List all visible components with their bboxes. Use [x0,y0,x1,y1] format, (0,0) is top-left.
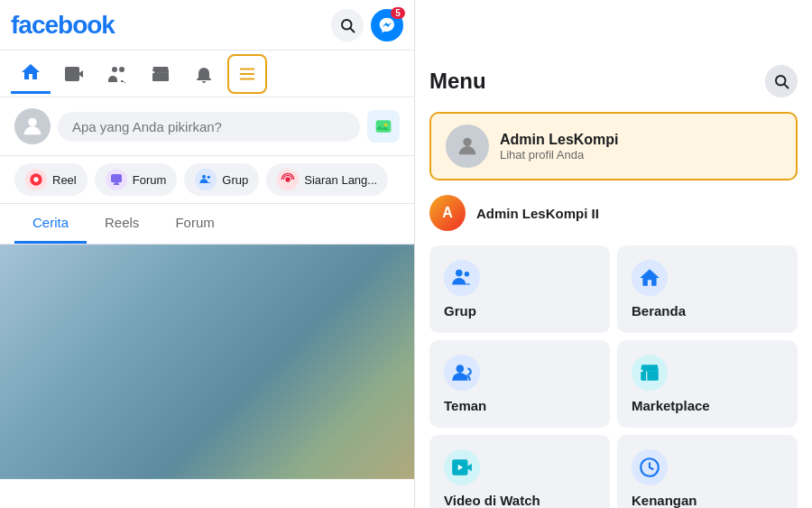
profile-avatar [446,125,489,168]
right-panel: Menu Admin LesKompi Lihat profil Anda A … [415,0,812,508]
svg-rect-15 [111,174,122,182]
svg-point-29 [463,138,471,146]
quick-reel[interactable]: Reel [14,163,88,196]
tab-reels[interactable]: Reels [87,204,157,244]
menu-search-button[interactable] [765,65,798,97]
svg-point-18 [286,177,291,181]
content-area [0,245,414,479]
svg-rect-11 [376,120,392,132]
profile-info: Admin LesKompi Lihat profil Anda [500,132,781,162]
menu-card-beranda[interactable]: Beranda [617,245,798,333]
quick-grup[interactable]: Grup [184,163,259,196]
marketplace-label: Marketplace [632,398,783,413]
kenangan-icon [632,449,668,485]
menu-card-kenangan[interactable]: Kenangan [617,435,798,508]
content-image [0,245,414,479]
teman-icon [444,355,480,391]
teman-label: Teman [444,398,595,413]
svg-point-14 [33,177,38,181]
quick-siaran[interactable]: Siaran Lang... [266,163,388,196]
beranda-label: Beranda [632,303,783,319]
svg-line-28 [784,84,788,88]
photo-button[interactable] [367,110,400,143]
grup-icon [444,260,480,296]
svg-line-1 [350,28,354,32]
grup-label: Grup [444,303,595,319]
second-nav [0,51,414,97]
quick-actions: Reel Forum Grup Siaran Lang... [0,156,414,204]
second-account-avatar: A [429,195,466,231]
svg-point-10 [28,118,36,126]
post-area [0,97,414,156]
svg-point-12 [384,124,387,126]
left-panel: facebook 5 [0,0,415,508]
menu-card-video-watch[interactable]: Video di Watch [429,435,610,508]
svg-point-16 [202,175,206,179]
nav-bell[interactable] [184,54,224,94]
svg-point-32 [457,365,465,373]
nav-menu[interactable] [227,54,267,94]
messenger-button[interactable]: 5 [371,9,403,42]
video-watch-label: Video di Watch [444,493,595,508]
menu-card-grup[interactable]: Grup [429,245,610,333]
tabs: Cerita Reels Forum [0,204,414,245]
tab-forum[interactable]: Forum [157,204,232,244]
top-nav: facebook 5 [0,0,414,51]
kenangan-label: Kenangan [632,493,783,508]
second-account-name: Admin LesKompi II [476,206,599,221]
profile-name: Admin LesKompi [500,132,781,148]
quick-forum[interactable]: Forum [95,163,178,196]
second-account[interactable]: A Admin LesKompi II [415,188,812,245]
svg-point-31 [465,272,469,276]
menu-card-marketplace[interactable]: Marketplace [617,340,798,428]
svg-rect-2 [65,67,79,81]
profile-sub: Lihat profil Anda [500,148,781,162]
nav-marketplace[interactable] [141,54,180,94]
svg-point-17 [208,176,210,179]
nav-video[interactable] [54,54,94,94]
nav-home[interactable] [11,54,51,94]
svg-point-5 [119,67,125,72]
tab-cerita[interactable]: Cerita [14,204,87,244]
svg-rect-9 [240,78,255,79]
search-button[interactable] [331,9,364,42]
marketplace-icon [632,355,668,391]
svg-rect-8 [240,73,255,75]
svg-rect-6 [152,73,169,81]
video-watch-icon [444,449,480,485]
beranda-icon [632,260,668,296]
menu-card-teman[interactable]: Teman [429,340,610,428]
menu-header: Menu [415,51,812,105]
user-avatar [14,108,51,144]
messenger-badge: 5 [391,7,405,19]
svg-point-30 [456,270,463,277]
post-input[interactable] [58,112,360,142]
svg-rect-7 [240,68,255,69]
menu-grid: Grup Beranda Teman [415,245,812,508]
svg-point-4 [112,67,117,72]
profile-card[interactable]: Admin LesKompi Lihat profil Anda [429,112,798,180]
facebook-logo: facebook [11,11,115,40]
menu-title: Menu [429,69,486,94]
svg-rect-33 [641,372,659,381]
nav-groups[interactable] [97,54,137,94]
